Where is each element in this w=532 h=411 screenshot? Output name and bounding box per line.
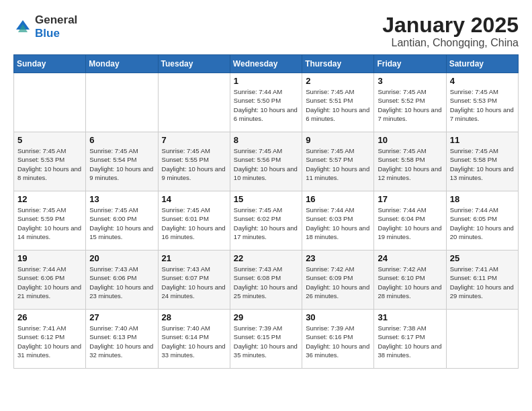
day-number: 9 xyxy=(306,135,370,145)
day-info: Sunrise: 7:39 AMSunset: 6:15 PMDaylight:… xyxy=(234,324,298,359)
day-cell-25: 25Sunrise: 7:41 AMSunset: 6:11 PMDayligh… xyxy=(446,250,518,310)
day-info: Sunrise: 7:45 AMSunset: 5:57 PMDaylight:… xyxy=(306,146,370,182)
empty-cell xyxy=(86,73,158,132)
day-cell-13: 13Sunrise: 7:45 AMSunset: 6:00 PMDayligh… xyxy=(86,191,158,250)
day-info: Sunrise: 7:44 AMSunset: 6:04 PMDaylight:… xyxy=(378,205,442,241)
location-subtitle: Lantian, Chongqing, China xyxy=(382,37,519,49)
day-info: Sunrise: 7:45 AMSunset: 6:01 PMDaylight:… xyxy=(162,205,226,241)
day-info: Sunrise: 7:44 AMSunset: 5:50 PMDaylight:… xyxy=(234,87,298,123)
day-cell-19: 19Sunrise: 7:44 AMSunset: 6:06 PMDayligh… xyxy=(14,250,86,310)
day-number: 20 xyxy=(89,253,154,263)
day-cell-24: 24Sunrise: 7:42 AMSunset: 6:10 PMDayligh… xyxy=(374,250,446,310)
day-cell-21: 21Sunrise: 7:43 AMSunset: 6:07 PMDayligh… xyxy=(158,250,230,310)
day-number: 5 xyxy=(17,135,82,145)
day-number: 25 xyxy=(450,253,515,263)
day-number: 10 xyxy=(378,135,442,145)
empty-cell xyxy=(14,73,86,132)
day-number: 31 xyxy=(378,312,442,322)
weekday-header-thursday: Thursday xyxy=(302,55,374,73)
day-number: 13 xyxy=(89,194,154,204)
day-cell-2: 2Sunrise: 7:45 AMSunset: 5:51 PMDaylight… xyxy=(302,73,374,132)
week-row-4: 19Sunrise: 7:44 AMSunset: 6:06 PMDayligh… xyxy=(14,250,519,310)
day-info: Sunrise: 7:44 AMSunset: 6:06 PMDaylight:… xyxy=(17,265,82,300)
day-number: 8 xyxy=(234,135,298,145)
weekday-header-friday: Friday xyxy=(374,55,446,73)
logo-icon xyxy=(13,17,32,36)
day-info: Sunrise: 7:45 AMSunset: 5:58 PMDaylight:… xyxy=(450,146,515,182)
weekday-header-monday: Monday xyxy=(86,55,158,73)
day-info: Sunrise: 7:45 AMSunset: 5:54 PMDaylight:… xyxy=(89,146,154,182)
logo: General Blue xyxy=(13,13,77,40)
week-row-2: 5Sunrise: 7:45 AMSunset: 5:53 PMDaylight… xyxy=(14,132,519,191)
week-row-1: 1Sunrise: 7:44 AMSunset: 5:50 PMDaylight… xyxy=(14,73,519,132)
day-number: 14 xyxy=(162,194,226,204)
day-cell-20: 20Sunrise: 7:43 AMSunset: 6:06 PMDayligh… xyxy=(86,250,158,310)
day-number: 16 xyxy=(306,194,370,204)
day-cell-12: 12Sunrise: 7:45 AMSunset: 5:59 PMDayligh… xyxy=(14,191,86,250)
day-cell-8: 8Sunrise: 7:45 AMSunset: 5:56 PMDaylight… xyxy=(230,132,302,191)
day-number: 2 xyxy=(306,76,370,86)
calendar-table: SundayMondayTuesdayWednesdayThursdayFrid… xyxy=(13,54,519,369)
empty-cell xyxy=(446,310,518,369)
day-cell-14: 14Sunrise: 7:45 AMSunset: 6:01 PMDayligh… xyxy=(158,191,230,250)
day-cell-22: 22Sunrise: 7:43 AMSunset: 6:08 PMDayligh… xyxy=(230,250,302,310)
day-info: Sunrise: 7:43 AMSunset: 6:06 PMDaylight:… xyxy=(89,265,154,300)
day-info: Sunrise: 7:45 AMSunset: 5:51 PMDaylight:… xyxy=(306,87,370,123)
day-number: 30 xyxy=(306,312,370,322)
day-cell-10: 10Sunrise: 7:45 AMSunset: 5:58 PMDayligh… xyxy=(374,132,446,191)
day-info: Sunrise: 7:45 AMSunset: 5:53 PMDaylight:… xyxy=(17,146,82,182)
day-cell-3: 3Sunrise: 7:45 AMSunset: 5:52 PMDaylight… xyxy=(374,73,446,132)
day-number: 4 xyxy=(450,76,515,86)
month-year-title: January 2025 xyxy=(382,13,519,37)
day-cell-17: 17Sunrise: 7:44 AMSunset: 6:04 PMDayligh… xyxy=(374,191,446,250)
day-info: Sunrise: 7:40 AMSunset: 6:14 PMDaylight:… xyxy=(162,324,226,359)
day-cell-7: 7Sunrise: 7:45 AMSunset: 5:55 PMDaylight… xyxy=(158,132,230,191)
day-number: 24 xyxy=(378,253,442,263)
day-info: Sunrise: 7:44 AMSunset: 6:05 PMDaylight:… xyxy=(450,205,515,241)
day-info: Sunrise: 7:38 AMSunset: 6:17 PMDaylight:… xyxy=(378,324,442,359)
day-cell-31: 31Sunrise: 7:38 AMSunset: 6:17 PMDayligh… xyxy=(374,310,446,369)
day-cell-30: 30Sunrise: 7:39 AMSunset: 6:16 PMDayligh… xyxy=(302,310,374,369)
page-header: General Blue January 2025 Lantian, Chong… xyxy=(13,13,519,49)
day-number: 15 xyxy=(234,194,298,204)
day-cell-27: 27Sunrise: 7:40 AMSunset: 6:13 PMDayligh… xyxy=(86,310,158,369)
day-info: Sunrise: 7:45 AMSunset: 5:55 PMDaylight:… xyxy=(162,146,226,182)
calendar-title-area: January 2025 Lantian, Chongqing, China xyxy=(382,13,519,49)
empty-cell xyxy=(158,73,230,132)
day-cell-28: 28Sunrise: 7:40 AMSunset: 6:14 PMDayligh… xyxy=(158,310,230,369)
day-cell-29: 29Sunrise: 7:39 AMSunset: 6:15 PMDayligh… xyxy=(230,310,302,369)
day-number: 28 xyxy=(162,312,226,322)
day-cell-26: 26Sunrise: 7:41 AMSunset: 6:12 PMDayligh… xyxy=(14,310,86,369)
day-cell-23: 23Sunrise: 7:42 AMSunset: 6:09 PMDayligh… xyxy=(302,250,374,310)
day-info: Sunrise: 7:43 AMSunset: 6:07 PMDaylight:… xyxy=(162,265,226,300)
logo-text: General Blue xyxy=(35,13,77,40)
day-info: Sunrise: 7:45 AMSunset: 5:53 PMDaylight:… xyxy=(450,87,515,123)
day-number: 3 xyxy=(378,76,442,86)
day-info: Sunrise: 7:43 AMSunset: 6:08 PMDaylight:… xyxy=(234,265,298,300)
day-info: Sunrise: 7:45 AMSunset: 5:52 PMDaylight:… xyxy=(378,87,442,123)
day-number: 12 xyxy=(17,194,82,204)
day-info: Sunrise: 7:45 AMSunset: 6:00 PMDaylight:… xyxy=(89,205,154,241)
day-number: 27 xyxy=(89,312,154,322)
day-number: 26 xyxy=(17,312,82,322)
day-info: Sunrise: 7:45 AMSunset: 5:59 PMDaylight:… xyxy=(17,205,82,241)
day-number: 23 xyxy=(306,253,370,263)
day-info: Sunrise: 7:41 AMSunset: 6:12 PMDaylight:… xyxy=(17,324,82,359)
day-info: Sunrise: 7:42 AMSunset: 6:10 PMDaylight:… xyxy=(378,265,442,300)
weekday-header-saturday: Saturday xyxy=(446,55,518,73)
day-number: 1 xyxy=(234,76,298,86)
day-number: 6 xyxy=(89,135,154,145)
day-info: Sunrise: 7:45 AMSunset: 5:56 PMDaylight:… xyxy=(234,146,298,182)
day-cell-11: 11Sunrise: 7:45 AMSunset: 5:58 PMDayligh… xyxy=(446,132,518,191)
day-number: 11 xyxy=(450,135,515,145)
day-number: 17 xyxy=(378,194,442,204)
day-number: 22 xyxy=(234,253,298,263)
day-info: Sunrise: 7:44 AMSunset: 6:03 PMDaylight:… xyxy=(306,205,370,241)
week-row-5: 26Sunrise: 7:41 AMSunset: 6:12 PMDayligh… xyxy=(14,310,519,369)
day-number: 21 xyxy=(162,253,226,263)
day-number: 18 xyxy=(450,194,515,204)
weekday-header-wednesday: Wednesday xyxy=(230,55,302,73)
day-cell-6: 6Sunrise: 7:45 AMSunset: 5:54 PMDaylight… xyxy=(86,132,158,191)
day-cell-15: 15Sunrise: 7:45 AMSunset: 6:02 PMDayligh… xyxy=(230,191,302,250)
day-cell-9: 9Sunrise: 7:45 AMSunset: 5:57 PMDaylight… xyxy=(302,132,374,191)
